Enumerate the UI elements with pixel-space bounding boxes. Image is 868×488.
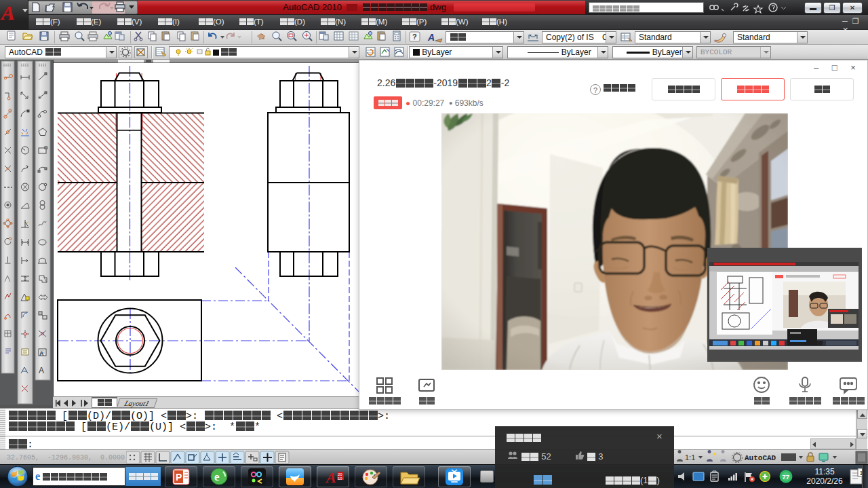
svg-text:77: 77 (783, 473, 790, 481)
svg-text:1:1: 1:1 (685, 453, 695, 462)
svg-text:A: A (39, 350, 44, 357)
svg-text:?: ? (412, 33, 417, 41)
svg-text:A: A (325, 469, 336, 486)
svg-text:AutoCAD: AutoCAD (745, 454, 776, 462)
svg-text:e: e (214, 470, 220, 483)
svg-text:A: A (39, 366, 44, 375)
svg-text:A: A (427, 32, 435, 43)
svg-text:P: P (176, 472, 182, 483)
svg-text:10: 10 (338, 476, 342, 481)
